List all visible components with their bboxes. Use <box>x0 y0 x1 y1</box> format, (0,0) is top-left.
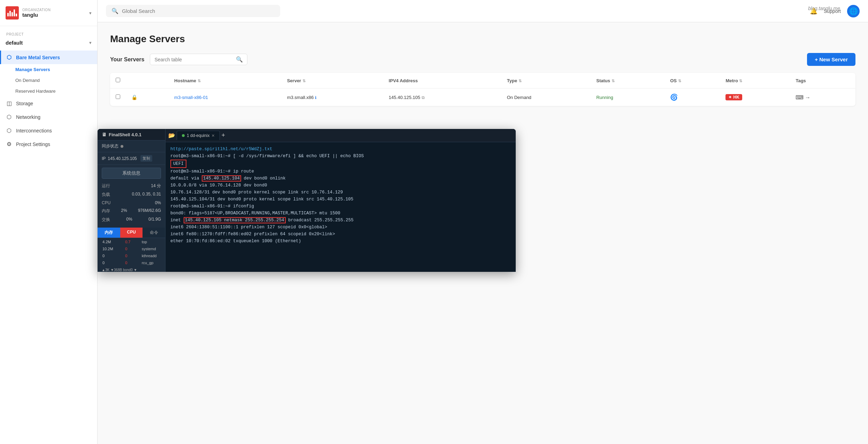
sidebar-item-label-networking: Networking <box>16 114 40 120</box>
org-selector[interactable]: ORGANIZATION tanglu ▾ <box>0 0 97 26</box>
swap-percent: 0% <box>126 217 132 223</box>
tab-cmd[interactable]: 命令 <box>143 228 165 238</box>
your-servers-label: Your Servers <box>110 56 144 63</box>
sidebar-sub-reserved-hardware[interactable]: Reserved Hardware <box>0 86 97 97</box>
swap-label: 交换 <box>102 217 110 223</box>
sysinfo-button[interactable]: 系统信息 <box>102 168 161 179</box>
tab-mem[interactable]: 内存 <box>98 228 120 238</box>
swap-value: 0/1.9G <box>148 217 161 223</box>
terminal-line-12: ether 10:70:fd:86:ed:02 txqueuelen 1000 … <box>170 238 511 245</box>
process-row: 4.2M0.7top <box>98 239 164 245</box>
mem-label: 内存 <box>102 208 110 214</box>
select-all-checkbox[interactable] <box>116 78 120 82</box>
finalshell-terminal-panel: 📂 1 dd-equinix ✕ + http://paste.spiritlh… <box>166 129 516 272</box>
sidebar-sub-on-demand[interactable]: On Demand <box>0 75 97 86</box>
metro-flag: ✦ <box>728 95 732 100</box>
process-table: 4.2M0.7top10.2M0systemd00kthreadd00rcu_g… <box>98 238 165 267</box>
server-type: m3.small.x86 <box>287 95 314 100</box>
hostname-sort-icon[interactable]: ⇅ <box>198 79 201 83</box>
os-sort-icon[interactable]: ⇅ <box>678 79 681 83</box>
org-info: ORGANIZATION tanglu <box>22 8 86 18</box>
new-server-button[interactable]: + New Server <box>807 53 855 66</box>
terminal-tab[interactable]: 1 dd-equinix ✕ <box>177 131 220 140</box>
network-stats: ▲3K ▼368B bond0 ▼ <box>98 268 165 272</box>
add-tab-icon[interactable]: + <box>221 132 225 139</box>
server-icon: ⬡ <box>6 54 13 61</box>
terminal-line-5: 10.76.14.128/31 dev bond0 proto kernel s… <box>170 189 511 196</box>
metro-badge: ✦ HK <box>725 94 742 100</box>
search-icon: 🔍 <box>112 8 118 14</box>
topbar: 🔍 🔔 Support 🌐 <box>98 0 868 22</box>
os-icon: 🌀 <box>670 94 678 101</box>
status-sort-icon[interactable]: ⇅ <box>612 79 615 83</box>
terminal-line-11: inet6 fe80::1270:fdff:fe86:ed02 prefixle… <box>170 231 511 238</box>
project-selector[interactable]: default ▾ <box>0 38 97 51</box>
project-dropdown-icon[interactable]: ▾ <box>89 40 92 45</box>
load-label: 负载 <box>102 192 110 198</box>
row-checkbox[interactable] <box>116 94 120 99</box>
metro-sort-icon[interactable]: ⇅ <box>739 79 742 83</box>
sidebar-item-label-bare-metal: Bare Metal Servers <box>16 55 60 60</box>
process-row: 00rcu_gp <box>98 260 164 266</box>
highlight-inet: 145.40.125.105 netmask 255.255.255.254 <box>184 217 286 223</box>
servers-toolbar: Your Servers 🔍 + New Server <box>110 53 855 66</box>
process-tabs: 内存 CPU 命令 <box>98 228 165 238</box>
ip-value: 145.40.125.105 <box>108 156 137 161</box>
org-logo-bars <box>7 9 17 16</box>
server-info-icon[interactable]: ℹ <box>315 95 316 100</box>
sidebar-item-interconnections[interactable]: ⬡ Interconnections <box>0 124 97 137</box>
avatar[interactable]: 🌐 <box>847 5 860 17</box>
tab-cpu[interactable]: CPU <box>120 228 143 238</box>
org-dropdown-icon[interactable]: ▾ <box>89 10 92 16</box>
process-row: 10.2M0systemd <box>98 246 164 252</box>
table-search-bar[interactable]: 🔍 <box>150 54 247 65</box>
server-sort-icon[interactable]: ⇅ <box>302 79 306 83</box>
mem-value: 976M/62.6G <box>138 208 161 214</box>
cpu-label: CPU <box>102 200 110 205</box>
terminal-body[interactable]: http://paste.spiritlhl.net/u/r5WdZj.txt … <box>166 142 516 272</box>
table-row: 🔒 m3-small-x86-01 m3.small.x86 ℹ 145.40.… <box>110 89 855 106</box>
terminal-line-2: root@m3-small-x86-01:~# ip route <box>170 168 511 175</box>
global-search-input[interactable] <box>122 8 275 14</box>
finalshell-window: 🖥 FinalShell 4.0.1 同步状态 IP 145.40.125.10… <box>98 129 516 272</box>
sync-label: 同步状态 <box>102 143 118 149</box>
networking-icon: ⬡ <box>6 114 13 120</box>
mem-row: 内存 2% 976M/62.6G <box>98 207 165 215</box>
folder-icon[interactable]: 📂 <box>168 132 175 139</box>
highlight-gateway: 145.40.125.104 <box>202 175 241 182</box>
uptime-row: 运行 14 分 <box>98 182 165 190</box>
sidebar-item-project-settings[interactable]: ⚙ Project Settings <box>0 137 97 151</box>
sidebar-item-storage[interactable]: ◫ Storage <box>0 97 97 110</box>
terminal-line-10: inet6 2604:1380:51:1100::1 prefixlen 127… <box>170 224 511 231</box>
terminal-line-3: default via 145.40.125.104 dev bond0 onl… <box>170 175 511 182</box>
col-tags: Tags <box>796 78 806 83</box>
terminal-line-7: root@m3-small-x86-01:~# ifconfig <box>170 203 511 210</box>
sidebar-item-bare-metal[interactable]: ⬡ Bare Metal Servers <box>0 51 97 64</box>
copy-ip-button[interactable]: 复制 <box>140 155 152 162</box>
col-server: Server <box>287 78 301 83</box>
col-status: Status <box>596 78 610 83</box>
sidebar-sub-manage-servers[interactable]: Manage Servers <box>0 64 97 75</box>
hostname-link[interactable]: m3-small-x86-01 <box>174 95 208 100</box>
ipv4-address: 145.40.125.105 <box>389 95 420 100</box>
sidebar-item-label-interconnections: Interconnections <box>16 128 52 133</box>
col-type: Type <box>507 78 517 83</box>
org-name: tanglu <box>22 12 86 18</box>
table-search-input[interactable] <box>154 57 233 62</box>
finalshell-title: FinalShell 4.0.1 <box>109 132 141 137</box>
project-label: PROJECT <box>0 26 97 38</box>
global-search-bar[interactable]: 🔍 <box>106 5 280 17</box>
copy-ip-icon[interactable]: ⧉ <box>422 95 425 100</box>
tab-active-dot <box>182 134 185 137</box>
terminal-icon[interactable]: ⌨ <box>796 94 804 100</box>
tab-close-icon[interactable]: ✕ <box>212 133 215 138</box>
project-name: default <box>6 40 23 46</box>
sidebar-item-networking[interactable]: ⬡ Networking <box>0 110 97 124</box>
col-metro: Metro <box>725 78 738 83</box>
status-badge: Running <box>596 95 613 100</box>
arrow-right-icon[interactable]: → <box>805 94 811 100</box>
storage-icon: ◫ <box>6 100 13 107</box>
sidebar: ORGANIZATION tanglu ▾ PROJECT default ▾ … <box>0 0 98 444</box>
ip-row: IP 145.40.125.105 复制 <box>98 152 165 165</box>
type-sort-icon[interactable]: ⇅ <box>519 79 522 83</box>
